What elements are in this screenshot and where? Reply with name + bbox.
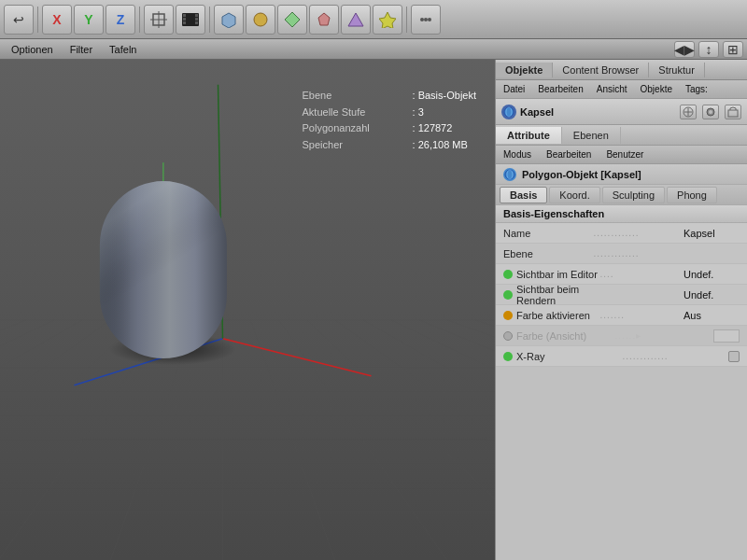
menu-tafeln[interactable]: Tafeln xyxy=(102,42,144,57)
info-stufe-label: Aktuelle Stufe xyxy=(303,105,405,121)
prop-name-label: Name xyxy=(503,228,594,239)
menu-objekte[interactable]: Objekte xyxy=(637,83,676,95)
info-speicher-value: : 26,108 MB xyxy=(413,137,468,154)
attr-bearbeiten[interactable]: Bearbeiten xyxy=(543,148,595,161)
info-stufe: Aktuelle Stufe : 3 xyxy=(303,105,476,121)
shape-cube-btn[interactable] xyxy=(214,5,244,35)
main-area: Ebene : Basis-Objekt Aktuelle Stufe : 3 … xyxy=(0,60,747,560)
tab-struktur[interactable]: Struktur xyxy=(649,63,705,77)
prop-farbe-ansicht-label: Farbe (Ansicht) xyxy=(516,330,615,342)
viewport-split-v-btn[interactable]: ↕ xyxy=(698,41,719,58)
menu-tags[interactable]: Tags: xyxy=(682,83,712,95)
svg-marker-13 xyxy=(318,13,330,25)
menu-right-icons: ◀▶ ↕ ⊞ xyxy=(674,41,743,58)
svg-rect-6 xyxy=(183,21,186,24)
shape3-btn[interactable] xyxy=(277,5,307,35)
z-axis-btn[interactable]: Z xyxy=(106,5,135,35)
x-axis-btn[interactable]: X xyxy=(42,5,72,35)
prop-sichtbar-editor: Sichtbar im Editor .... Undef. xyxy=(496,264,747,285)
menu-datei[interactable]: Datei xyxy=(500,83,529,95)
shape6-btn[interactable] xyxy=(373,5,402,35)
attr-menubar: Modus Bearbeiten Benutzer xyxy=(496,146,747,164)
y-axis-btn[interactable]: Y xyxy=(74,5,104,35)
menu-optionen[interactable]: Optionen xyxy=(4,42,61,57)
toolbar: ↩ X Y Z xyxy=(0,0,747,39)
prop-farbe-ansicht-dots: ......▸ xyxy=(615,330,714,341)
tab-objekte[interactable]: Objekte xyxy=(496,63,553,77)
panel-tabs-top: Objekte Content Browser Struktur xyxy=(496,60,747,80)
menu-ansicht[interactable]: Ansicht xyxy=(593,83,631,95)
prop-name-dots: ............. xyxy=(594,228,684,238)
info-stufe-value: : 3 xyxy=(413,105,424,121)
object-title-text: Polygon-Objekt [Kapsel] xyxy=(522,169,641,180)
svg-point-11 xyxy=(254,13,267,26)
info-overlay: Ebene : Basis-Objekt Aktuelle Stufe : 3 … xyxy=(303,88,476,153)
object-name: Kapsel xyxy=(520,106,554,118)
prop-farbe-aktivieren: Farbe aktivieren ....... Aus xyxy=(496,305,747,326)
object-title-icon xyxy=(503,168,516,181)
prop-farbe-ansicht-swatch[interactable] xyxy=(713,329,740,343)
prop-xray-dots: ............. xyxy=(623,351,729,361)
svg-marker-10 xyxy=(222,13,235,28)
prop-name-value: Kapsel xyxy=(684,228,740,239)
svg-point-27 xyxy=(505,170,514,179)
menu-bearbeiten[interactable]: Bearbeiten xyxy=(534,83,586,95)
tab-sculpting[interactable]: Sculpting xyxy=(602,187,665,203)
prop-ebene-dots: ............. xyxy=(594,248,684,259)
svg-marker-14 xyxy=(348,13,363,26)
tab-basis[interactable]: Basis xyxy=(500,187,547,203)
tab-content-browser[interactable]: Content Browser xyxy=(553,63,649,77)
prop-xray: X-Ray ............. xyxy=(496,346,747,367)
viewport[interactable]: Ebene : Basis-Objekt Aktuelle Stufe : 3 … xyxy=(0,60,495,560)
svg-rect-5 xyxy=(183,18,186,21)
info-speicher: Speicher : 26,108 MB xyxy=(303,137,476,154)
svg-marker-15 xyxy=(379,12,396,28)
viewport-split-h-btn[interactable]: ◀▶ xyxy=(674,41,695,58)
info-ebene: Ebene : Basis-Objekt xyxy=(303,88,476,105)
prop-farbe-aktivieren-label: Farbe aktivieren xyxy=(516,310,600,321)
svg-point-18 xyxy=(428,18,431,21)
sep1 xyxy=(37,7,38,33)
prop-sichtbar-render-dot xyxy=(503,290,513,300)
basis-tabs: Basis Koord. Sculpting Phong xyxy=(496,185,747,205)
prop-sichtbar-editor-dot xyxy=(503,270,513,279)
attr-benutzer[interactable]: Benutzer xyxy=(602,148,647,161)
sep3 xyxy=(209,7,210,33)
info-poly: Polygonanzahl : 127872 xyxy=(303,120,476,137)
film-btn[interactable] xyxy=(176,5,205,35)
object-action-2-btn[interactable] xyxy=(702,105,719,119)
objects-menubar: Datei Bearbeiten Ansicht Objekte Tags: xyxy=(496,80,747,99)
prop-ebene: Ebene ............. xyxy=(496,244,747,264)
svg-rect-8 xyxy=(195,18,198,21)
object-action-1-btn[interactable] xyxy=(680,105,697,119)
tab-ebenen[interactable]: Ebenen xyxy=(562,127,621,144)
prop-xray-checkbox[interactable] xyxy=(728,351,740,362)
prop-name: Name ............. Kapsel xyxy=(496,223,747,244)
prop-sichtbar-editor-label: Sichtbar im Editor xyxy=(516,269,600,280)
tab-attribute[interactable]: Attribute xyxy=(496,127,562,144)
shape5-btn[interactable] xyxy=(341,5,371,35)
info-speicher-label: Speicher xyxy=(303,137,405,154)
menu-filter[interactable]: Filter xyxy=(63,42,100,57)
prop-sichtbar-render-label: Sichtbar beim Rendern xyxy=(516,284,600,306)
svg-point-17 xyxy=(424,18,428,21)
object-btn[interactable] xyxy=(144,5,174,35)
menubar: Optionen Filter Tafeln ◀▶ ↕ ⊞ xyxy=(0,39,747,60)
object-action-3-btn[interactable] xyxy=(725,105,741,119)
tab-koord[interactable]: Koord. xyxy=(549,187,599,203)
section-header: Basis-Eigenschaften xyxy=(496,205,747,223)
shape2-btn[interactable] xyxy=(246,5,275,35)
svg-rect-9 xyxy=(195,21,198,24)
svg-rect-4 xyxy=(183,14,186,17)
more-tools-btn[interactable] xyxy=(411,5,441,35)
tab-phong[interactable]: Phong xyxy=(667,187,717,203)
svg-marker-12 xyxy=(285,12,300,27)
viewport-grid-btn[interactable]: ⊞ xyxy=(723,41,743,58)
info-ebene-label: Ebene xyxy=(303,88,405,105)
prop-sichtbar-render: Sichtbar beim Rendern Undef. xyxy=(496,285,747,305)
undo-btn[interactable]: ↩ xyxy=(4,5,34,35)
object-icon xyxy=(501,105,516,119)
attr-modus[interactable]: Modus xyxy=(500,148,535,161)
shape4-btn[interactable] xyxy=(309,5,339,35)
info-ebene-value: : Basis-Objekt xyxy=(413,88,476,105)
